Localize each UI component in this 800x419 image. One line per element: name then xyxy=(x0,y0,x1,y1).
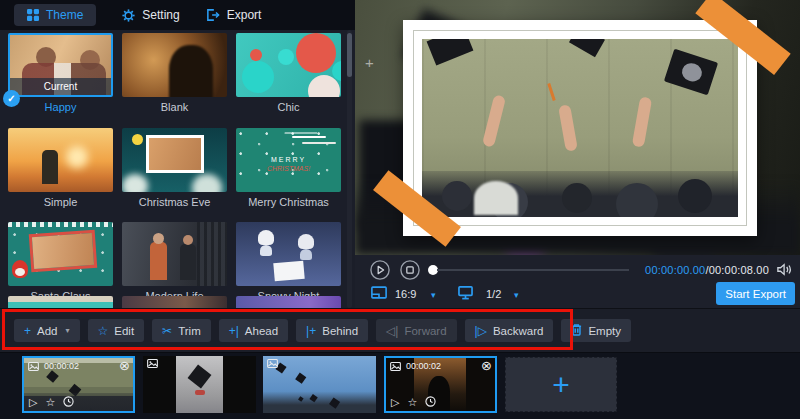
stop-icon xyxy=(400,260,420,280)
sparkle-decoration: + xyxy=(365,54,374,71)
ahead-button[interactable]: +| Ahead xyxy=(219,319,288,342)
clip-play-icon[interactable]: ▷ xyxy=(29,396,37,409)
start-export-button[interactable]: Start Export xyxy=(716,282,795,305)
video-preview[interactable]: + xyxy=(355,0,800,255)
theme-card-simple[interactable]: Simple xyxy=(8,128,113,192)
stop-button[interactable] xyxy=(400,260,420,284)
behind-button[interactable]: |+ Behind xyxy=(296,319,368,342)
edit-button[interactable]: ☆ Edit xyxy=(88,319,145,342)
seek-track[interactable] xyxy=(437,269,629,271)
preview-panel: + xyxy=(355,0,800,308)
add-clip-placeholder[interactable]: + xyxy=(505,357,617,412)
close-icon[interactable]: ⊗ xyxy=(481,358,492,373)
image-icon xyxy=(267,359,278,368)
clip-duration-clock-icon[interactable] xyxy=(63,396,74,409)
theme-label: Happy xyxy=(8,101,113,113)
theme-thumbnail xyxy=(236,222,341,286)
tab-setting-label: Setting xyxy=(142,8,179,22)
export-icon xyxy=(206,9,220,21)
app-window: Theme Setting Export Current ✓ Happy xyxy=(0,0,800,419)
time-display: 00:00:00.00/00:00:08.00 xyxy=(645,264,769,276)
scissors-icon: ✂ xyxy=(162,325,172,337)
theme-thumbnail: MERRY CHRISTMAS! xyxy=(236,128,341,192)
theme-label: Chic xyxy=(236,101,341,113)
timeline-clip-3[interactable] xyxy=(263,356,376,413)
time-total: /00:00:08.00 xyxy=(705,264,769,276)
timeline: 00:00:02 ⊗ ▷ ☆ 00:00:02 xyxy=(0,352,800,419)
screen-button[interactable] xyxy=(458,286,473,302)
backward-button[interactable]: |▷ Backward xyxy=(465,319,554,342)
monitor-icon xyxy=(458,286,473,300)
theme-thumbnail xyxy=(8,128,113,192)
screen-dropdown-caret[interactable]: ▾ xyxy=(514,290,519,300)
close-icon[interactable]: ⊗ xyxy=(119,358,130,373)
clip-effect-star-icon[interactable]: ☆ xyxy=(45,396,55,409)
tab-setting[interactable]: Setting xyxy=(122,8,179,22)
theme-thumbnail-partial[interactable] xyxy=(8,296,113,308)
image-icon xyxy=(147,359,158,368)
theme-label: Merry Christmas xyxy=(236,196,341,208)
aspect-ratio-value: 16:9 xyxy=(395,288,416,300)
clip-play-icon[interactable]: ▷ xyxy=(391,396,399,409)
trash-icon xyxy=(571,323,582,338)
theme-label: Christmas Eve xyxy=(122,196,227,208)
theme-card-santa-claus[interactable]: Santa Claus xyxy=(8,222,113,286)
gear-icon xyxy=(122,9,135,22)
insert-ahead-icon: +| xyxy=(229,325,239,337)
empty-button[interactable]: Empty xyxy=(561,319,631,342)
selected-check-badge: ✓ xyxy=(3,90,20,107)
theme-thumbnail xyxy=(122,222,227,286)
move-backward-icon: |▷ xyxy=(475,325,487,337)
tab-theme-label: Theme xyxy=(46,8,83,22)
add-button[interactable]: + Add ▾ xyxy=(14,319,80,342)
scrollbar[interactable] xyxy=(347,30,352,308)
clip-duration: 00:00:02 xyxy=(406,361,441,371)
theme-label: Blank xyxy=(122,101,227,113)
theme-thumbnail xyxy=(122,33,227,97)
theme-panel: Theme Setting Export Current ✓ Happy xyxy=(0,0,355,308)
playback-controls: 00:00:00.00/00:00:08.00 16:9 ▾ 1/2 ▾ Sta… xyxy=(355,255,800,308)
clip-effect-star-icon[interactable]: ☆ xyxy=(407,396,417,409)
theme-label: Simple xyxy=(8,196,113,208)
theme-thumbnail-partial[interactable] xyxy=(122,296,227,308)
speaker-icon xyxy=(777,263,793,276)
theme-card-blank[interactable]: Blank xyxy=(122,33,227,97)
clip-duration-clock-icon[interactable] xyxy=(425,396,436,409)
theme-thumbnail: Current xyxy=(8,33,113,97)
plus-icon: + xyxy=(552,368,570,402)
grid-icon xyxy=(27,9,39,21)
move-forward-icon: ◁| xyxy=(386,325,398,337)
theme-card-chic[interactable]: Chic xyxy=(236,33,341,97)
tab-export[interactable]: Export xyxy=(206,8,262,22)
aspect-ratio-icon xyxy=(371,286,387,299)
play-button[interactable] xyxy=(370,260,390,284)
trim-button[interactable]: ✂ Trim xyxy=(152,319,211,342)
theme-card-happy[interactable]: Current ✓ Happy xyxy=(8,33,113,97)
timeline-clip-2[interactable] xyxy=(143,356,256,413)
time-current: 00:00:00.00 xyxy=(645,264,705,276)
volume-button[interactable] xyxy=(777,262,793,280)
add-dropdown-caret: ▾ xyxy=(65,326,69,335)
theme-card-merry-christmas[interactable]: MERRY CHRISTMAS! Merry Christmas xyxy=(236,128,341,192)
aspect-ratio-button[interactable] xyxy=(371,286,387,301)
theme-card-snowy-night[interactable]: Snowy Night xyxy=(236,222,341,286)
theme-thumbnail xyxy=(122,128,227,192)
theme-grid: Current ✓ Happy Blank Chic Simple xyxy=(0,30,355,308)
tab-theme[interactable]: Theme xyxy=(14,4,96,26)
theme-thumbnail-partial[interactable] xyxy=(236,296,341,308)
tab-export-label: Export xyxy=(227,8,262,22)
aspect-dropdown-caret[interactable]: ▾ xyxy=(431,290,436,300)
tab-bar: Theme Setting Export xyxy=(0,0,355,30)
theme-card-modern-life[interactable]: Modern Life xyxy=(122,222,227,286)
photo-frame xyxy=(403,20,757,236)
theme-card-christmas-eve[interactable]: Christmas Eve xyxy=(122,128,227,192)
image-icon xyxy=(390,362,401,371)
scrollbar-thumb[interactable] xyxy=(347,33,352,77)
star-icon: ☆ xyxy=(98,325,109,337)
preview-photo xyxy=(422,39,738,217)
forward-button[interactable]: ◁| Forward xyxy=(376,319,457,342)
clip-duration: 00:00:02 xyxy=(44,361,79,371)
edit-toolbar: + Add ▾ ☆ Edit ✂ Trim +| Ahead |+ Behind… xyxy=(0,308,800,352)
timeline-clip-4[interactable]: 00:00:02 ⊗ ▷ ☆ xyxy=(384,356,497,413)
timeline-clip-1[interactable]: 00:00:02 ⊗ ▷ ☆ xyxy=(22,356,135,413)
